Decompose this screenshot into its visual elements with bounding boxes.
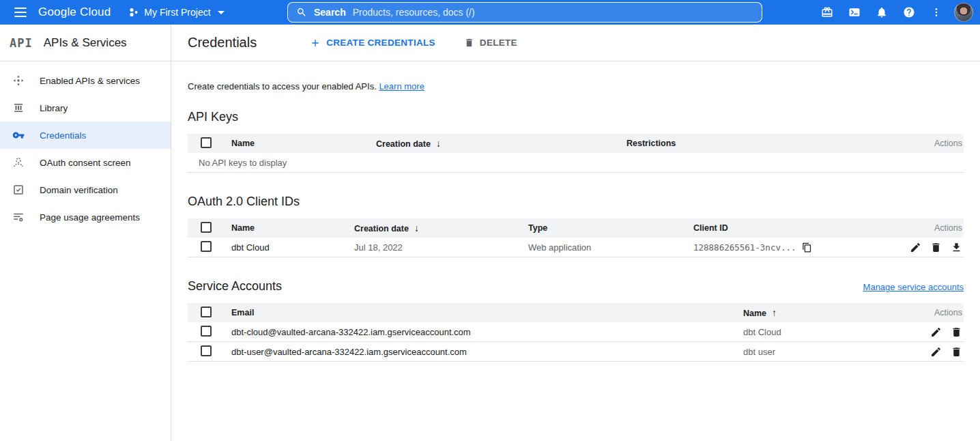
- intro-text: Create credentials to access your enable…: [188, 81, 964, 91]
- search-label: Search: [314, 7, 346, 18]
- sort-asc-icon: ↑: [772, 307, 777, 318]
- column-header-restrictions[interactable]: Restrictions: [626, 139, 916, 148]
- sort-desc-icon: ↓: [414, 223, 419, 233]
- row-checkbox[interactable]: [201, 326, 212, 337]
- oauth-clients-table: Name Creation date↓ Type Client ID Actio…: [188, 218, 964, 257]
- key-icon: [12, 129, 25, 141]
- edit-pencil-icon[interactable]: [910, 242, 921, 253]
- search-icon: [296, 7, 307, 18]
- copy-icon[interactable]: [802, 242, 812, 253]
- sidebar-title: APIs & Services: [44, 36, 127, 50]
- free-trial-gift-icon[interactable]: [813, 0, 841, 25]
- oauth-table-header: Name Creation date↓ Type Client ID Actio…: [188, 218, 964, 238]
- sidebar-item-credentials[interactable]: Credentials: [0, 122, 171, 149]
- row-checkbox[interactable]: [201, 345, 212, 356]
- api-keys-heading: API Keys: [188, 110, 964, 124]
- plus-icon: [310, 38, 321, 48]
- sidebar-item-label: Page usage agreements: [40, 212, 140, 223]
- column-header-name[interactable]: Name: [231, 139, 376, 148]
- select-all-checkbox[interactable]: [201, 137, 212, 148]
- sidebar-item-label: Library: [40, 103, 68, 113]
- download-icon[interactable]: [951, 242, 962, 253]
- delete-button[interactable]: DELETE: [457, 33, 524, 52]
- oauth-client-name: dbt Cloud: [231, 242, 354, 253]
- page-title: Credentials: [188, 35, 257, 51]
- column-header-client-id[interactable]: Client ID: [693, 223, 889, 233]
- domain-verification-icon: [12, 184, 25, 196]
- column-header-actions: Actions: [889, 223, 964, 233]
- api-keys-table-header: Name Creation date↓ Restrictions Actions: [188, 134, 964, 153]
- search-placeholder: Products, resources, docs (/): [353, 7, 475, 18]
- enabled-apis-icon: [12, 74, 25, 87]
- row-checkbox[interactable]: [201, 241, 212, 252]
- help-icon[interactable]: [895, 0, 923, 25]
- library-icon: [12, 102, 25, 114]
- create-credentials-button[interactable]: CREATE CREDENTIALS: [303, 33, 442, 53]
- service-accounts-table-header: Email Name↑ Actions: [188, 303, 964, 322]
- api-keys-table: Name Creation date↓ Restrictions Actions…: [188, 134, 964, 173]
- column-header-actions: Actions: [916, 139, 964, 148]
- service-account-email: dbt-user@vaulted-arcana-332422.iam.gserv…: [231, 347, 743, 357]
- notifications-icon[interactable]: [868, 0, 895, 25]
- user-avatar[interactable]: [954, 3, 973, 22]
- oauth-client-creation-date: Jul 18, 2022: [354, 242, 528, 253]
- api-keys-empty-message: No API keys to display: [188, 153, 964, 173]
- sidebar-nav: Enabled APIs & services Library Credenti…: [0, 61, 171, 231]
- project-name: My First Project: [144, 7, 210, 18]
- usage-agreements-icon: [12, 211, 25, 223]
- project-selector[interactable]: My First Project: [128, 7, 224, 18]
- learn-more-link[interactable]: Learn more: [379, 81, 424, 91]
- column-header-type[interactable]: Type: [528, 223, 693, 233]
- oauth-client-id: 128886265561-3ncv...: [693, 242, 889, 253]
- select-all-checkbox[interactable]: [201, 307, 212, 317]
- oauth-client-type: Web application: [528, 242, 693, 253]
- sidebar-item-label: Domain verification: [40, 185, 118, 195]
- top-bar: Google Cloud My First Project Search Pro…: [0, 0, 980, 25]
- sidebar-item-library[interactable]: Library: [0, 94, 171, 122]
- sidebar-header: API APIs & Services: [0, 25, 171, 61]
- main-panel: Credentials CREATE CREDENTIALS DELETE Cr…: [171, 25, 980, 441]
- sort-desc-icon: ↓: [436, 138, 441, 149]
- sidebar-item-enabled-apis[interactable]: Enabled APIs & services: [0, 67, 171, 94]
- sidebar-item-label: Enabled APIs & services: [40, 76, 140, 86]
- service-account-email: dbt-cloud@vaulted-arcana-332422.iam.gser…: [231, 327, 743, 337]
- trash-icon[interactable]: [951, 346, 962, 358]
- service-accounts-table: Email Name↑ Actions dbt-cloud@vaulted-ar…: [188, 303, 964, 362]
- edit-pencil-icon[interactable]: [930, 326, 942, 338]
- sidebar-item-oauth-consent[interactable]: OAuth consent screen: [0, 149, 171, 176]
- trash-icon[interactable]: [951, 326, 962, 338]
- edit-pencil-icon[interactable]: [930, 346, 942, 358]
- column-header-name[interactable]: Name: [231, 223, 354, 233]
- google-cloud-logo[interactable]: Google Cloud: [38, 5, 111, 19]
- column-header-name[interactable]: Name↑: [743, 307, 916, 318]
- table-row: dbt-cloud@vaulted-arcana-332422.iam.gser…: [188, 322, 964, 342]
- column-header-creation-date[interactable]: Creation date↓: [376, 138, 626, 149]
- column-header-actions: Actions: [916, 308, 964, 317]
- sidebar-item-page-usage[interactable]: Page usage agreements: [0, 203, 171, 231]
- column-header-email[interactable]: Email: [231, 308, 743, 317]
- chevron-down-icon: [218, 11, 225, 14]
- manage-service-accounts-link[interactable]: Manage service accounts: [863, 282, 964, 292]
- select-all-checkbox[interactable]: [201, 222, 212, 233]
- column-header-creation-date[interactable]: Creation date↓: [354, 223, 528, 233]
- cloud-shell-icon[interactable]: [841, 0, 868, 25]
- trash-icon[interactable]: [930, 242, 942, 253]
- sidebar-item-label: OAuth consent screen: [40, 158, 131, 168]
- oauth-clients-heading: OAuth 2.0 Client IDs: [188, 195, 964, 209]
- sidebar: API APIs & Services Enabled APIs & servi…: [0, 25, 171, 441]
- more-vert-icon[interactable]: [923, 0, 950, 25]
- menu-icon[interactable]: [8, 2, 33, 23]
- service-account-name: dbt Cloud: [743, 327, 916, 337]
- sidebar-item-label: Credentials: [40, 130, 86, 141]
- trash-icon: [464, 38, 474, 48]
- search-input[interactable]: Search Products, resources, docs (/): [287, 2, 762, 23]
- table-row: dbt-user@vaulted-arcana-332422.iam.gserv…: [188, 342, 964, 362]
- service-account-name: dbt user: [743, 347, 916, 357]
- project-icon: [128, 7, 139, 18]
- api-product-icon: API: [10, 36, 33, 50]
- table-row: dbt Cloud Jul 18, 2022 Web application 1…: [188, 238, 964, 257]
- consent-screen-icon: [12, 156, 25, 169]
- page-header: Credentials CREATE CREDENTIALS DELETE: [171, 25, 980, 61]
- sidebar-item-domain-verification[interactable]: Domain verification: [0, 176, 171, 203]
- service-accounts-heading: Service Accounts: [188, 279, 282, 294]
